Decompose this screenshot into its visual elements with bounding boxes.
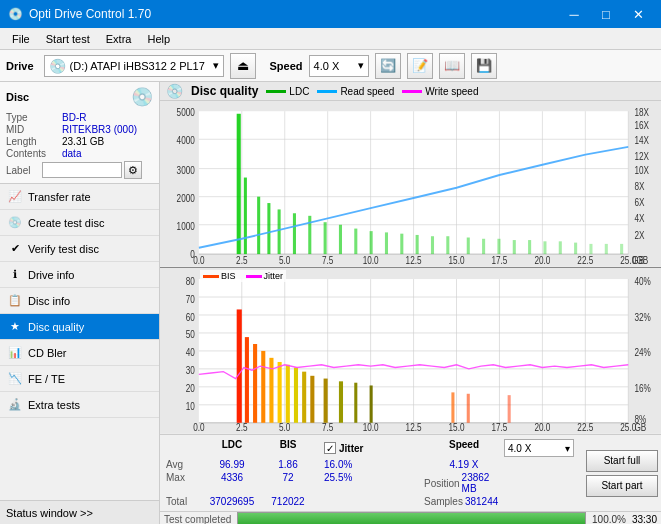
chart-speed-select[interactable]: 4.0 X ▾ (504, 439, 574, 457)
disc-type-value: BD-R (62, 112, 153, 123)
svg-text:40%: 40% (634, 275, 651, 288)
svg-text:10X: 10X (634, 165, 649, 176)
progress-percent: 100.0% (592, 514, 626, 525)
progress-fill (238, 513, 585, 524)
speed-select[interactable]: 4.0 X ▾ (309, 55, 369, 77)
svg-text:7.5: 7.5 (322, 256, 333, 267)
stats-total-bis: 712022 (262, 496, 314, 507)
nav-label-fe-te: FE / TE (28, 373, 65, 385)
svg-rect-109 (269, 358, 273, 423)
nav-item-drive-info[interactable]: ℹ Drive info (0, 262, 159, 288)
menu-file[interactable]: File (4, 31, 38, 47)
svg-rect-119 (451, 393, 454, 423)
nav-item-cd-bler[interactable]: 📊 CD Bler (0, 340, 159, 366)
svg-text:3000: 3000 (177, 165, 195, 176)
svg-rect-106 (245, 337, 249, 423)
svg-rect-120 (467, 394, 470, 423)
svg-text:15.0: 15.0 (449, 421, 465, 434)
legend-ldc: LDC (266, 86, 309, 97)
nav-item-transfer-rate[interactable]: 📈 Transfer rate (0, 184, 159, 210)
svg-text:70: 70 (186, 292, 196, 305)
disc-type-row: Type BD-R (6, 112, 153, 123)
svg-rect-52 (339, 225, 342, 254)
chart-speed-value: 4.0 X (508, 443, 531, 454)
svg-text:10.0: 10.0 (363, 256, 379, 267)
lower-chart: BIS Jitter (160, 268, 661, 434)
nav-item-verify-test-disc[interactable]: ✔ Verify test disc (0, 236, 159, 262)
svg-text:30: 30 (186, 364, 196, 377)
refresh-button[interactable]: 🔄 (375, 53, 401, 79)
disc-contents-row: Contents data (6, 148, 153, 159)
disc-length-value: 23.31 GB (62, 136, 153, 147)
maximize-button[interactable]: □ (591, 0, 621, 28)
svg-text:5000: 5000 (177, 108, 195, 119)
svg-rect-61 (482, 239, 485, 254)
svg-text:50: 50 (186, 328, 196, 341)
eject-button[interactable]: ⏏ (230, 53, 256, 79)
stats-samples: 381244 (465, 496, 498, 507)
svg-rect-57 (416, 235, 419, 254)
svg-text:16%: 16% (634, 382, 651, 395)
drive-info-icon: ℹ (8, 268, 22, 282)
save-button[interactable]: 💾 (471, 53, 497, 79)
svg-rect-65 (543, 242, 546, 255)
svg-text:22.5: 22.5 (577, 256, 593, 267)
position-row: Position 23862 MB (424, 472, 504, 494)
status-window[interactable]: Status window >> (0, 500, 159, 524)
nav-item-extra-tests[interactable]: 🔬 Extra tests (0, 392, 159, 418)
legend-ldc-color (266, 90, 286, 93)
svg-rect-117 (354, 383, 357, 423)
svg-text:12.5: 12.5 (406, 256, 422, 267)
nav-item-fe-te[interactable]: 📉 FE / TE (0, 366, 159, 392)
disc-mid-value: RITEKBR3 (000) (62, 124, 153, 135)
svg-text:60: 60 (186, 310, 196, 323)
nav-item-disc-info[interactable]: 📋 Disc info (0, 288, 159, 314)
svg-rect-53 (354, 229, 357, 255)
read-button[interactable]: 📖 (439, 53, 465, 79)
svg-rect-112 (294, 368, 298, 423)
svg-text:8X: 8X (634, 182, 644, 193)
svg-rect-47 (267, 203, 270, 254)
stats-row: LDC BIS ✓ Jitter Speed 4.0 X ▾ (160, 435, 661, 511)
menu-extra[interactable]: Extra (98, 31, 140, 47)
disc-panel: Disc 💿 Type BD-R MID RITEKBR3 (000) Leng… (0, 82, 159, 184)
nav-item-disc-quality[interactable]: ★ Disc quality (0, 314, 159, 340)
svg-rect-46 (257, 197, 260, 254)
drive-label: Drive (6, 60, 34, 72)
disc-label-input[interactable] (42, 162, 122, 178)
close-button[interactable]: ✕ (623, 0, 653, 28)
minimize-button[interactable]: ─ (559, 0, 589, 28)
stats-buttons: Start full Start part (580, 435, 661, 511)
stats-position: 23862 MB (462, 472, 504, 494)
svg-text:4X: 4X (634, 214, 644, 225)
svg-rect-70 (620, 244, 623, 254)
svg-rect-68 (589, 244, 592, 254)
svg-text:20.0: 20.0 (534, 421, 550, 434)
svg-text:17.5: 17.5 (492, 256, 508, 267)
start-full-button[interactable]: Start full (586, 450, 658, 472)
stats-table: LDC BIS ✓ Jitter Speed 4.0 X ▾ (160, 435, 580, 511)
disc-label-btn[interactable]: ⚙ (124, 161, 142, 179)
menu-start-test[interactable]: Start test (38, 31, 98, 47)
write-button[interactable]: 📝 (407, 53, 433, 79)
svg-text:20: 20 (186, 382, 196, 395)
svg-rect-110 (278, 362, 282, 423)
svg-rect-55 (385, 233, 388, 255)
svg-text:16X: 16X (634, 121, 649, 132)
drive-select[interactable]: 💿 (D:) ATAPI iHBS312 2 PL17 ▾ (44, 55, 224, 77)
legend-write-speed: Write speed (402, 86, 478, 97)
jitter-checkbox[interactable]: ✓ (324, 442, 336, 454)
content-area: 💿 Disc quality LDC Read speed Write spee… (160, 82, 661, 524)
stats-spacer (314, 439, 324, 457)
start-part-button[interactable]: Start part (586, 475, 658, 497)
menu-help[interactable]: Help (139, 31, 178, 47)
disc-panel-title: Disc (6, 91, 29, 103)
svg-rect-44 (237, 114, 241, 254)
svg-rect-64 (528, 240, 531, 254)
nav-items: 📈 Transfer rate 💿 Create test disc ✔ Ver… (0, 184, 159, 500)
disc-label-row: Label ⚙ (6, 161, 153, 179)
nav-item-create-test-disc[interactable]: 💿 Create test disc (0, 210, 159, 236)
svg-rect-62 (497, 239, 500, 254)
stats-spacer3 (314, 472, 324, 494)
nav-label-disc-info: Disc info (28, 295, 70, 307)
